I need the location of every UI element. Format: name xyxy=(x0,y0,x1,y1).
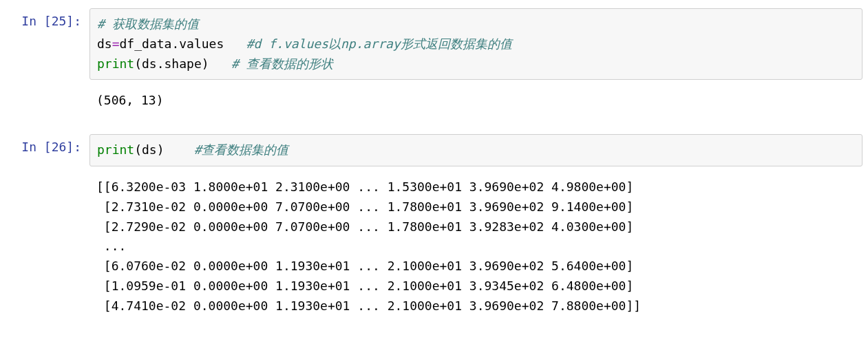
code-call: (ds) xyxy=(134,142,194,157)
cell-25-input-row: In [25]: # 获取数据集的值 ds=df_data.values #d … xyxy=(6,8,862,80)
cell-26-code[interactable]: print(ds) #查看数据集的值 xyxy=(89,134,862,166)
code-operator: = xyxy=(112,36,120,51)
cell-25-output-prompt xyxy=(6,85,89,105)
cell-26-input-row: In [26]: print(ds) #查看数据集的值 xyxy=(6,134,862,166)
code-expr: df_data.values xyxy=(120,36,246,51)
code-builtin: print xyxy=(97,56,134,71)
code-call: (ds.shape) xyxy=(134,56,231,71)
cell-25-output-row: (506, 13) xyxy=(6,85,862,116)
cell-26-output-row: [[6.3200e-03 1.8000e+01 2.3100e+00 ... 1… xyxy=(6,172,862,322)
code-comment: #d f.values以np.array形式返回数据集的值 xyxy=(246,36,512,51)
cell-25-code[interactable]: # 获取数据集的值 ds=df_data.values #d f.values以… xyxy=(89,8,862,80)
notebook-container: In [25]: # 获取数据集的值 ds=df_data.values #d … xyxy=(0,0,868,344)
code-identifier: ds xyxy=(97,36,112,51)
code-comment: #查看数据集的值 xyxy=(194,142,288,157)
spacer xyxy=(6,122,862,134)
cell-25-output: (506, 13) xyxy=(89,85,862,116)
code-builtin: print xyxy=(97,142,134,157)
cell-26-output-prompt xyxy=(6,172,89,192)
cell-26-prompt: In [26]: xyxy=(6,134,89,154)
cell-25-prompt: In [25]: xyxy=(6,8,89,28)
code-comment: # 获取数据集的值 xyxy=(97,17,199,31)
cell-26-output: [[6.3200e-03 1.8000e+01 2.3100e+00 ... 1… xyxy=(89,172,862,322)
code-comment: # 查看数据的形状 xyxy=(231,56,333,71)
